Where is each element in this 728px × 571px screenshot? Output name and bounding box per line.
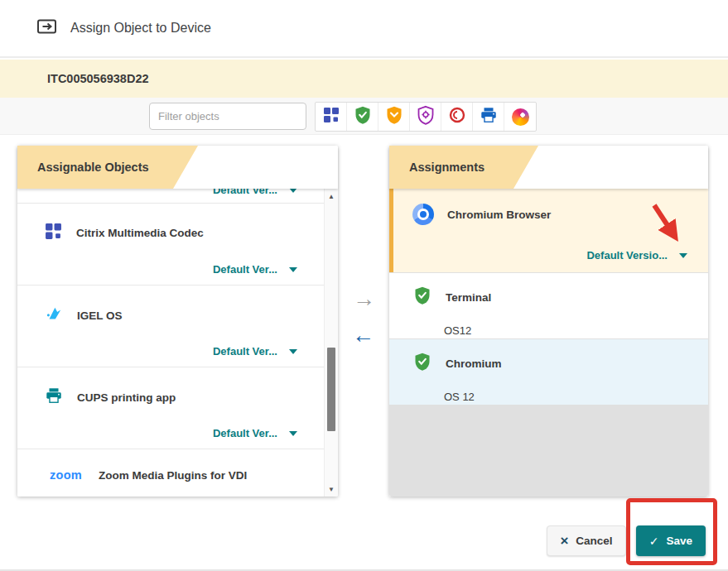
object-name: CUPS printing app: [77, 391, 176, 404]
green-shield-icon: [412, 286, 432, 309]
version-dropdown[interactable]: Default Ver...: [213, 345, 297, 357]
selected-indicator: [389, 189, 393, 272]
chevron-down-icon: [679, 253, 687, 258]
assign-object-icon: [36, 17, 58, 40]
assignable-objects-panel: Assignable Objects Default Ver...: [17, 146, 338, 497]
version-label: Default Ver...: [213, 345, 277, 357]
assignments-panel: Assignments Chromium Browser Default Ver…: [389, 146, 708, 497]
assignment-item-chromium[interactable]: Chromium OS 12: [389, 339, 708, 405]
master-profiles-filter-button[interactable]: [378, 103, 410, 131]
empty-list-area: [389, 405, 708, 497]
red-ring-icon: [448, 106, 466, 127]
device-id: ITC005056938D22: [47, 72, 149, 85]
igel-os-icon: [45, 305, 63, 326]
printer-teal-icon: [45, 386, 63, 408]
save-button[interactable]: ✓ Save: [636, 525, 706, 556]
version-dropdown[interactable]: Default Versio...: [586, 249, 687, 262]
files-filter-button[interactable]: [504, 103, 536, 131]
os-version-label: OS 12: [444, 391, 475, 403]
list-item-citrix-multimedia-codec[interactable]: Citrix Multimedia Codec Default Ver...: [17, 204, 324, 286]
firefox-swirl-icon: [512, 108, 529, 126]
scroll-up-button[interactable]: ▲: [325, 189, 338, 204]
version-label: Default Versio...: [586, 249, 668, 262]
apps-filter-button[interactable]: [316, 103, 347, 131]
dialog-title: Assign Object to Device: [70, 21, 211, 36]
object-name: Zoom Media Plugins for VDI: [99, 469, 247, 482]
device-bar: ITC005056938D22: [0, 60, 728, 98]
list-item-cups-printing-app[interactable]: CUPS printing app Default Ver...: [17, 367, 324, 449]
assignment-name: Chromium: [446, 357, 502, 370]
priority-profiles-filter-button[interactable]: [410, 103, 441, 131]
assignable-objects-list: Default Ver... Citrix Multimedia Codec: [17, 189, 338, 497]
list-item-zoom-media-plugins[interactable]: zoom Zoom Media Plugins for VDI: [17, 449, 324, 497]
version-label: Default Ver...: [213, 189, 277, 196]
purple-shield-gear-icon: [416, 105, 436, 128]
checkmark-icon: ✓: [649, 535, 659, 547]
version-dropdown[interactable]: Default Ver...: [213, 189, 297, 196]
chevron-down-icon: [289, 267, 297, 272]
cancel-button-label: Cancel: [576, 535, 612, 547]
filter-toolbar: [0, 98, 728, 135]
list-item-clipped-top[interactable]: Default Ver...: [17, 189, 324, 204]
profiles-filter-button[interactable]: [347, 103, 378, 131]
assignment-name: Terminal: [446, 291, 491, 304]
cancel-button[interactable]: × Cancel: [547, 525, 626, 556]
assign-right-arrow-button[interactable]: →: [353, 288, 375, 310]
close-x-icon: ×: [560, 534, 568, 548]
unassign-left-arrow-button[interactable]: ←: [352, 324, 374, 347]
orange-shield-icon: [384, 105, 404, 128]
list-item-igel-os[interactable]: IGEL OS Default Ver...: [17, 286, 324, 367]
zoom-wordmark-icon: zoom: [50, 468, 82, 482]
assignment-item-chromium-browser[interactable]: Chromium Browser Default Versio...: [389, 189, 708, 273]
assignments-list: Chromium Browser Default Versio... Termi…: [389, 189, 708, 497]
app-grid-icon: [45, 223, 62, 243]
assignable-objects-header: Assignable Objects: [17, 146, 338, 189]
save-button-label: Save: [667, 535, 693, 547]
object-type-filter-strip: [315, 102, 537, 132]
version-dropdown[interactable]: Default Ver...: [213, 427, 297, 439]
object-name: Citrix Multimedia Codec: [76, 227, 204, 239]
chevron-down-icon: [289, 431, 297, 436]
filter-objects-input[interactable]: [149, 103, 306, 130]
assignment-item-terminal[interactable]: Terminal OS12: [389, 273, 708, 339]
assignments-title: Assignments: [409, 161, 485, 174]
assignable-objects-title: Assignable Objects: [37, 161, 149, 174]
os-version-label: OS12: [444, 324, 471, 337]
green-shield-icon: [353, 105, 373, 128]
object-name: IGEL OS: [77, 309, 123, 322]
chromium-browser-icon: [412, 204, 434, 225]
scrollbar-thumb[interactable]: [327, 348, 335, 431]
chevron-down-icon: [289, 349, 297, 354]
scroll-down-button[interactable]: ▼: [325, 482, 338, 497]
app-grid-icon: [323, 107, 340, 127]
assignments-header: Assignments: [389, 146, 708, 189]
blue-printer-icon: [480, 106, 498, 127]
version-label: Default Ver...: [213, 427, 277, 439]
dialog-header: Assign Object to Device: [0, 0, 728, 58]
version-label: Default Ver...: [213, 263, 277, 276]
assignment-name: Chromium Browser: [447, 209, 551, 221]
vertical-scrollbar[interactable]: ▲ ▼: [324, 189, 338, 497]
template-profiles-filter-button[interactable]: [441, 103, 473, 131]
green-shield-icon: [412, 352, 432, 375]
version-dropdown[interactable]: Default Ver...: [213, 263, 297, 276]
chevron-down-icon: [289, 189, 297, 193]
printers-filter-button[interactable]: [473, 103, 504, 131]
